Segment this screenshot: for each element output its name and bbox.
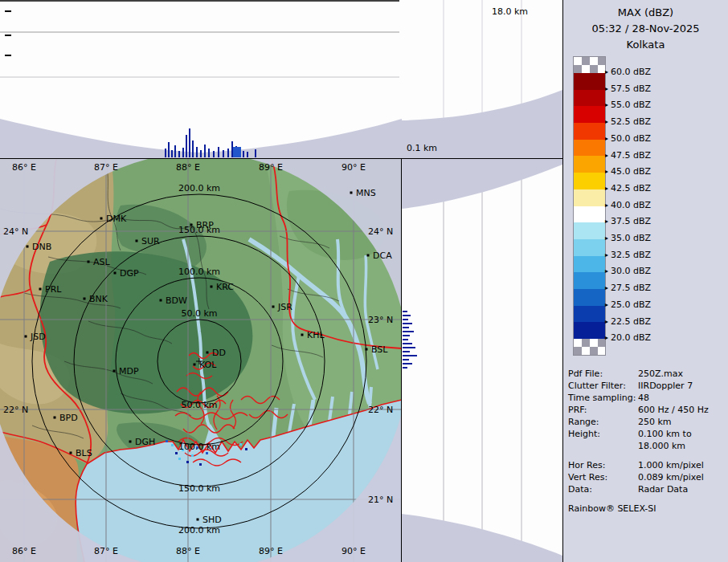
echo-spike bbox=[403, 351, 410, 352]
echo-spike bbox=[403, 367, 407, 369]
map-top-border bbox=[0, 158, 562, 159]
station-label-krc: KRC bbox=[216, 282, 234, 292]
colorbar-cell bbox=[574, 156, 605, 173]
station-label-shd: SHD bbox=[202, 515, 222, 525]
echo-spike bbox=[403, 347, 415, 348]
station-marker-prl bbox=[39, 288, 42, 291]
longitude-label: 90° E bbox=[342, 546, 366, 556]
echo-pixel bbox=[186, 461, 189, 463]
station-label-bpd: BPD bbox=[59, 413, 78, 423]
echo-spike bbox=[403, 331, 414, 332]
station-label-asl: ASL bbox=[93, 257, 111, 267]
station-label-sur: SUR bbox=[141, 236, 160, 246]
product-datetime: 05:32 / 28-Nov-2025 bbox=[563, 22, 728, 35]
station-marker-kol bbox=[194, 364, 196, 366]
echo-spike bbox=[189, 128, 190, 157]
metadata-value: 1.000 km/pixel bbox=[638, 459, 726, 471]
legend-panel: MAX (dBZ) 05:32 / 28-Nov-2025 Kolkata ▸6… bbox=[562, 0, 728, 562]
tick-text: 45.0 dBZ bbox=[611, 166, 651, 177]
echo-spike bbox=[165, 149, 166, 157]
radar-map-panel: 86° E86° E87° E87° E88° E88° E89° E89° E… bbox=[0, 159, 402, 562]
station-marker-dgh bbox=[129, 441, 132, 443]
dbz-tick-label: ▸30.0 dBZ bbox=[605, 266, 651, 277]
tick-arrow-icon: ▸ bbox=[605, 318, 608, 325]
dbz-tick-label: ▸25.0 dBZ bbox=[605, 299, 651, 311]
station-marker-brp bbox=[190, 224, 193, 226]
station-label-dnb: DNB bbox=[32, 242, 51, 252]
metadata-value: 250Z.max bbox=[638, 368, 726, 380]
echo-spike bbox=[174, 145, 176, 157]
metadata-label: Hor Res: bbox=[568, 459, 638, 471]
dbz-tick-label: ▸40.0 dBZ bbox=[605, 200, 651, 211]
echo-spike bbox=[204, 145, 206, 157]
tick-text: 30.0 dBZ bbox=[611, 266, 651, 276]
tick-text: 42.5 dBZ bbox=[611, 183, 651, 193]
colorbar-transparent-checker bbox=[574, 339, 605, 355]
radar-max-product-display: 18.0 km 0.1 km bbox=[0, 0, 728, 562]
dbz-tick-label: ▸37.5 dBZ bbox=[605, 216, 651, 227]
tick-text: 20.0 dBZ bbox=[611, 332, 651, 343]
longitude-label: 86° E bbox=[12, 546, 36, 556]
tick-text: 55.0 dBZ bbox=[611, 100, 651, 110]
station-marker-bdw bbox=[160, 299, 162, 302]
tick-text: 57.5 dBZ bbox=[611, 83, 651, 94]
station-marker-mdp bbox=[113, 370, 116, 373]
dbz-colorbar bbox=[573, 56, 606, 356]
dbz-tick-label: ▸27.5 dBZ bbox=[605, 283, 651, 294]
longitude-label: 89° E bbox=[259, 162, 283, 173]
longitude-label: 88° E bbox=[176, 546, 200, 556]
tick-arrow-icon: ▸ bbox=[605, 101, 608, 108]
station-label-jsr: JSR bbox=[277, 302, 292, 312]
echo-spike bbox=[227, 149, 229, 157]
metadata-row: Pdf File:250Z.max bbox=[568, 368, 726, 380]
echo-spike bbox=[403, 363, 412, 364]
range-ring-label: 150.0 km bbox=[178, 483, 220, 494]
dbz-tick-label: ▸42.5 dBZ bbox=[605, 183, 651, 194]
dbz-tick-label: ▸32.5 dBZ bbox=[605, 250, 651, 261]
station-label-dgh: DGH bbox=[135, 437, 155, 447]
metadata-label: Clutter Filter: bbox=[568, 380, 638, 392]
metadata-label: Vert Res: bbox=[568, 471, 638, 483]
echo-spike bbox=[247, 152, 248, 157]
origin-height-axis-label: 0.1 km bbox=[407, 143, 437, 153]
tick-text: 37.5 dBZ bbox=[611, 216, 651, 226]
tick-text: 25.0 dBZ bbox=[611, 299, 651, 310]
vertical-projection-side-panel bbox=[402, 159, 562, 562]
echo-spike bbox=[403, 359, 409, 360]
metadata-value: 0.100 km to bbox=[638, 428, 726, 440]
range-ring-label: 100.0 km bbox=[178, 267, 220, 277]
echo-spike bbox=[231, 141, 233, 157]
tick-arrow-icon: ▸ bbox=[605, 301, 608, 308]
dbz-tick-label: ▸47.5 dBZ bbox=[605, 150, 651, 161]
metadata-value: 18.000 km bbox=[638, 440, 726, 452]
dbz-tick-label: ▸57.5 dBZ bbox=[605, 83, 651, 95]
station-label-dgp: DGP bbox=[120, 268, 139, 279]
echo-spike bbox=[213, 151, 215, 157]
height-axis-ticks bbox=[5, 10, 11, 56]
range-ring-label: 100.0 km bbox=[178, 442, 220, 452]
map-right-border bbox=[401, 159, 402, 562]
echo-spike bbox=[243, 151, 244, 157]
range-ring-label: 200.0 km bbox=[178, 525, 220, 536]
product-title: MAX (dBZ) bbox=[563, 6, 728, 18]
tick-arrow-icon: ▸ bbox=[605, 202, 608, 209]
metadata-label: Data: bbox=[568, 483, 638, 495]
station-label-bsl: BSL bbox=[371, 344, 388, 355]
echo-spike bbox=[192, 140, 194, 157]
echo-spike bbox=[200, 150, 202, 157]
station-marker-bsl bbox=[366, 348, 368, 351]
max-height-axis-label: 18.0 km bbox=[492, 6, 528, 17]
axis-corner-panel: 18.0 km 0.1 km bbox=[402, 0, 562, 159]
longitude-label: 90° E bbox=[342, 162, 366, 173]
colorbar-cell bbox=[574, 306, 605, 323]
metadata-label: Time sampling: bbox=[568, 392, 638, 404]
station-marker-bpd bbox=[54, 417, 56, 419]
colorbar-cell bbox=[574, 256, 605, 273]
metadata-row: Hor Res:1.000 km/pixel bbox=[568, 459, 726, 471]
tick-arrow-icon: ▸ bbox=[605, 68, 608, 75]
metadata-value: 250 km bbox=[638, 416, 726, 428]
echo-spike bbox=[403, 339, 408, 340]
station-marker-jsd bbox=[25, 336, 27, 338]
metadata-row: Clutter Filter:IIRDoppler 7 bbox=[568, 380, 726, 392]
metadata-row: Vert Res:0.089 km/pixel bbox=[568, 471, 726, 483]
